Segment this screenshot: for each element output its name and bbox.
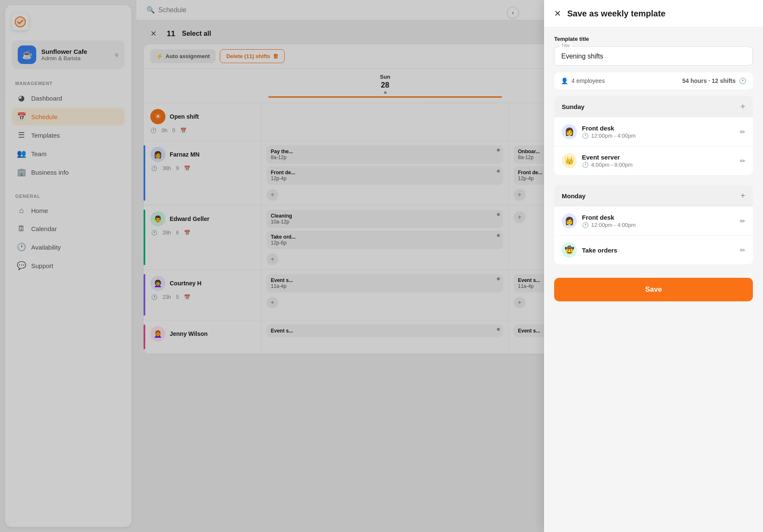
- template-title-section: Template title Title: [554, 36, 753, 66]
- shift-avatar-sunday-1: 👩: [562, 124, 577, 139]
- employees-icon: 👤: [561, 77, 568, 84]
- shift-role-monday-1: Front desk: [582, 214, 636, 221]
- monday-add-button[interactable]: +: [740, 191, 745, 201]
- template-title-section-label: Template title: [554, 36, 753, 42]
- meta-hours: 54 hours · 12 shifts 🕐: [682, 77, 746, 84]
- monday-day-header[interactable]: Monday +: [554, 185, 753, 207]
- monday-label: Monday: [562, 192, 586, 200]
- modal-panel: ✕ Save as weekly template Template title…: [544, 0, 763, 532]
- meta-employees: 👤 4 employees: [561, 77, 605, 84]
- shift-avatar-monday-2: 🤠: [562, 242, 577, 258]
- shift-edit-button-sunday-2[interactable]: ✏: [740, 157, 745, 165]
- sunday-section: Sunday + 👩 Front desk 🕐 12:00pm - 4:00pm: [554, 96, 753, 175]
- shift-edit-button-monday-1[interactable]: ✏: [740, 217, 745, 225]
- shift-role-sunday-1: Front desk: [582, 125, 636, 132]
- sunday-day-header[interactable]: Sunday +: [554, 96, 753, 117]
- title-input-wrapper: Title: [554, 46, 753, 66]
- modal-overlay: ✕ Save as weekly template Template title…: [0, 0, 763, 532]
- list-item: 👑 Event server 🕐 4:00pm - 8:00pm ✏: [554, 146, 753, 175]
- modal-title: Save as weekly template: [567, 9, 665, 19]
- clock-icon: 🕐: [582, 162, 589, 168]
- sunday-label: Sunday: [562, 103, 584, 110]
- list-item: 🤠 Take orders ✏: [554, 236, 753, 264]
- employees-label: 4 employees: [571, 77, 605, 84]
- hours-clock-icon: 🕐: [739, 77, 746, 84]
- modal-body: Template title Title 👤 4 employees 54 ho…: [544, 27, 763, 532]
- shift-time-sunday-2: 🕐 4:00pm - 8:00pm: [582, 162, 632, 168]
- modal-close-button[interactable]: ✕: [554, 8, 561, 19]
- shift-time-monday-1: 🕐 12:00pm - 4:00pm: [582, 222, 636, 228]
- shift-edit-button-sunday-1[interactable]: ✏: [740, 128, 745, 136]
- template-title-input[interactable]: [555, 47, 752, 65]
- meta-hours-label: 54 hours · 12 shifts: [682, 77, 736, 84]
- monday-section: Monday + 👩 Front desk 🕐 12:00pm - 4:00pm: [554, 185, 753, 264]
- shift-role-monday-2: Take orders: [582, 247, 617, 254]
- clock-icon: 🕐: [582, 222, 589, 228]
- sunday-add-button[interactable]: +: [740, 102, 745, 112]
- modal-header: ✕ Save as weekly template: [544, 0, 763, 27]
- list-item: 👩 Front desk 🕐 12:00pm - 4:00pm ✏: [554, 207, 753, 236]
- shift-edit-button-monday-2[interactable]: ✏: [740, 246, 745, 254]
- shift-role-sunday-2: Event server: [582, 154, 632, 161]
- shift-time-sunday-1: 🕐 12:00pm - 4:00pm: [582, 133, 636, 139]
- list-item: 👩 Front desk 🕐 12:00pm - 4:00pm ✏: [554, 117, 753, 146]
- shift-avatar-monday-1: 👩: [562, 213, 577, 229]
- shift-avatar-sunday-2: 👑: [562, 153, 577, 168]
- save-button[interactable]: Save: [554, 278, 753, 301]
- clock-icon: 🕐: [582, 133, 589, 139]
- title-field-label: Title: [560, 43, 571, 48]
- template-meta: 👤 4 employees 54 hours · 12 shifts 🕐: [554, 72, 753, 89]
